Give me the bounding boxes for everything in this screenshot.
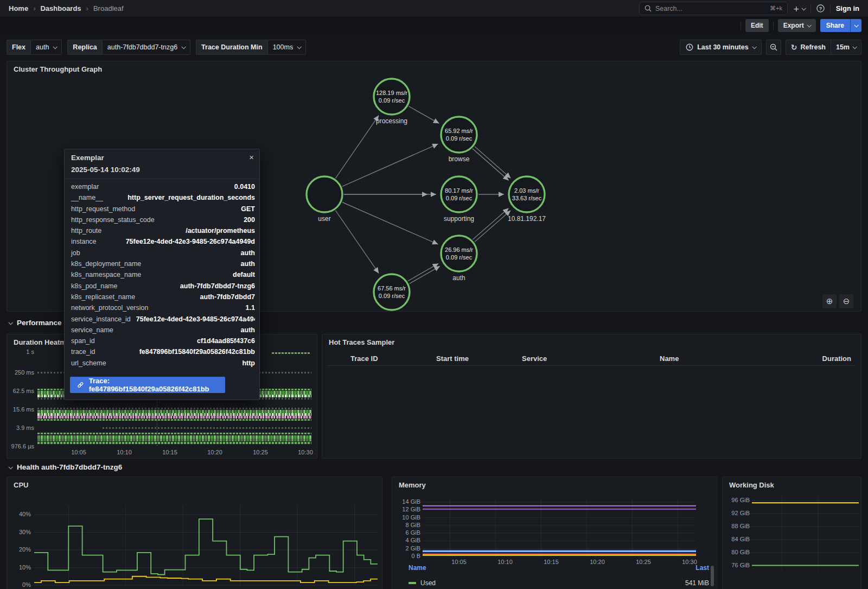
column-header[interactable]: Start time xyxy=(432,354,518,363)
graph-node-unnamed[interactable]: 67.56 ms/r0.09 r/sec xyxy=(374,274,410,310)
exemplar-tooltip: Exemplar 2025-05-14 10:02:49 × exemplar0… xyxy=(64,149,260,400)
tooltip-row: k8s_namespace_namedefault xyxy=(71,271,255,282)
breadcrumb: Home › Dashboards › Broadleaf xyxy=(9,4,124,12)
close-icon[interactable]: × xyxy=(249,153,254,162)
share-button[interactable]: Share xyxy=(820,19,861,32)
legend-name-header[interactable]: Name xyxy=(409,564,426,572)
svg-text:67.56 ms/r: 67.56 ms/r xyxy=(378,285,406,292)
graph-node-browse[interactable]: 65.92 ms/r0.09 r/secbrowse xyxy=(441,117,477,163)
column-header[interactable]: Trace ID xyxy=(346,354,432,363)
breadcrumb-home[interactable]: Home xyxy=(9,4,28,12)
edit-button[interactable]: Edit xyxy=(745,19,769,32)
svg-text:65.92 ms/r: 65.92 ms/r xyxy=(445,128,473,134)
share-caret[interactable] xyxy=(850,19,861,32)
graph-edge xyxy=(473,208,508,239)
axis-tick: 76 GiB xyxy=(731,562,750,568)
legend-scrollbar[interactable] xyxy=(711,566,714,586)
tooltip-row: exemplar0.0410 xyxy=(71,183,255,194)
link-icon xyxy=(77,381,84,389)
graph-node-supporting[interactable]: 80.17 ms/r0.09 r/secsupporting xyxy=(441,176,477,223)
replica-value-dropdown[interactable]: auth-7fdb7dbdd7-tnzg6 xyxy=(102,40,190,55)
tooltip-key: http_response_status_code xyxy=(71,216,155,224)
tooltip-value: 75fee12e-4ded-42e3-9485-26c974a4949d xyxy=(120,238,255,245)
axis-tick: 10:10 xyxy=(117,449,132,455)
legend-last-header[interactable]: Last xyxy=(695,564,709,572)
memory-legend: Name Last Used 541 MiB xyxy=(409,564,709,587)
refresh-button[interactable]: ↻ Refresh xyxy=(786,40,831,54)
zoom-in-icon[interactable]: ⊕ xyxy=(822,294,837,308)
export-button[interactable]: Export xyxy=(778,19,816,32)
tooltip-row: http_route/actuator/prometheus xyxy=(71,227,255,238)
trace-duration-dropdown[interactable]: 100ms xyxy=(267,40,307,55)
axis-tick: 10:20 xyxy=(207,449,222,455)
tooltip-header: Exemplar 2025-05-14 10:02:49 × xyxy=(65,149,259,179)
svg-text:0.09 r/sec: 0.09 r/sec xyxy=(379,293,405,299)
graph-node-auth[interactable]: 26.96 ms/r0.09 r/secauth xyxy=(441,236,477,282)
tooltip-row: k8s_replicaset_nameauth-7fdb7dbdd7 xyxy=(71,293,255,304)
tooltip-title: Exemplar xyxy=(71,154,253,162)
svg-text:auth: auth xyxy=(452,274,465,282)
sign-in-button[interactable]: Sign in xyxy=(836,4,859,12)
tooltip-key: job xyxy=(71,249,80,257)
add-button[interactable]: + xyxy=(793,5,805,12)
tooltip-row: jobauth xyxy=(71,249,255,260)
graph-edge xyxy=(408,263,438,281)
help-icon[interactable]: ? xyxy=(816,4,825,12)
graph-node-user[interactable]: user xyxy=(307,176,342,223)
legend-row[interactable]: Used 541 MiB xyxy=(409,579,709,587)
cpu-chart[interactable] xyxy=(7,477,383,589)
working-disk-panel: Working Disk 96 GiB92 GiB88 GiB84 GiB80 … xyxy=(722,477,861,589)
clock-icon xyxy=(686,43,693,51)
column-header[interactable]: Name xyxy=(655,354,795,363)
tooltip-key: url_scheme xyxy=(71,359,106,367)
variable-controls: Flex auth Replica auth-7fdb7dbdd7-tnzg6 … xyxy=(7,39,861,55)
search-box[interactable]: ⌘+k xyxy=(639,2,788,15)
performance-section-header[interactable]: Performance xyxy=(9,319,62,327)
flex-value-dropdown[interactable]: auth xyxy=(30,40,62,55)
column-header[interactable]: Duration xyxy=(795,354,856,363)
disk-chart[interactable] xyxy=(723,477,862,589)
breadcrumb-separator: › xyxy=(33,4,35,12)
tooltip-value: auth-7fdb7dbdd7-tnzg6 xyxy=(175,282,255,290)
tooltip-row: span_idcf1d4aad85f437c6 xyxy=(71,337,255,348)
svg-text:?: ? xyxy=(819,6,821,11)
chevron-down-icon xyxy=(807,23,811,27)
axis-tick: 2 GiB xyxy=(405,545,420,552)
graph-node-ip[interactable]: 2.03 ms/r33.63 r/sec10.81.192.17 xyxy=(508,176,546,223)
tooltip-value: http xyxy=(237,359,255,367)
column-header[interactable]: Service xyxy=(518,354,655,363)
axis-tick: 84 GiB xyxy=(731,536,750,542)
health-section-header[interactable]: Health auth-7fdb7dbdd7-tnzg6 xyxy=(9,463,122,471)
series-swatch-icon xyxy=(409,582,416,584)
svg-text:128.19 ms/r: 128.19 ms/r xyxy=(376,90,407,96)
action-toolbar: Edit Export Share xyxy=(0,17,868,34)
tooltip-value: 0.0410 xyxy=(229,183,255,191)
chevron-down-icon xyxy=(8,465,12,469)
plus-icon: + xyxy=(793,5,800,12)
graph-edge xyxy=(335,211,379,274)
tooltip-value: cf1d4aad85f437c6 xyxy=(192,337,255,345)
tooltip-key: __name__ xyxy=(71,194,103,201)
search-input[interactable] xyxy=(655,5,766,12)
refresh-interval-dropdown[interactable]: 15m xyxy=(831,40,861,54)
axis-tick: 12 GiB xyxy=(402,506,420,512)
zoom-out-time-button[interactable] xyxy=(766,40,781,55)
breadcrumb-current: Broadleaf xyxy=(93,4,124,12)
breadcrumb-dashboards[interactable]: Dashboards xyxy=(40,4,81,12)
svg-text:processing: processing xyxy=(376,117,407,125)
axis-tick: 10% xyxy=(19,564,31,571)
tooltip-key: k8s_pod_name xyxy=(71,282,117,290)
axis-tick: 20% xyxy=(19,546,31,553)
axis-tick: 10:25 xyxy=(253,449,268,455)
svg-text:browse: browse xyxy=(449,155,470,163)
chart-series xyxy=(34,577,378,582)
chart-series xyxy=(34,519,378,574)
chevron-down-icon xyxy=(852,45,857,49)
zoom-out-icon[interactable]: ⊖ xyxy=(839,294,853,308)
search-shortcut: ⌘+k xyxy=(770,5,782,12)
trace-link-button[interactable]: Trace: fe847896bf15840f29a05826f42c81bb xyxy=(70,377,225,393)
time-range-picker[interactable]: Last 30 minutes xyxy=(680,40,761,55)
axis-tick: 4 GiB xyxy=(405,537,420,543)
legend-label[interactable]: Used xyxy=(420,579,436,587)
graph-node-processing[interactable]: 128.19 ms/r0.09 r/secprocessing xyxy=(374,79,410,125)
